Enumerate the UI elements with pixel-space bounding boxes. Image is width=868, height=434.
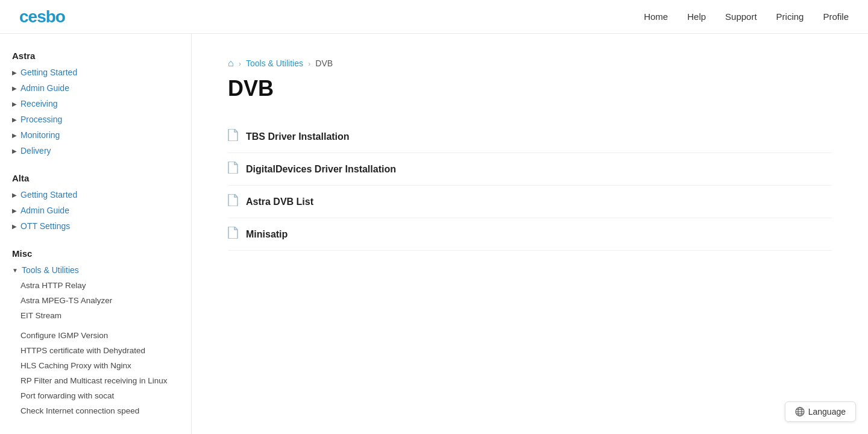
document-icon (228, 194, 240, 209)
sidebar-item-alta-admin-guide[interactable]: ▶ Admin Guide (0, 203, 191, 218)
chevron-right-icon: ▶ (12, 101, 17, 107)
article-title-astra-dvb-list: Astra DVB List (246, 197, 313, 207)
sidebar-item-alta-ott-settings[interactable]: ▶ OTT Settings (0, 218, 191, 234)
sidebar-item-astra-delivery[interactable]: ▶ Delivery (0, 143, 191, 159)
sidebar-item-astra-getting-started[interactable]: ▶ Getting Started (0, 64, 191, 80)
layout: Astra ▶ Getting Started ▶ Admin Guide ▶ … (0, 34, 868, 434)
sidebar: Astra ▶ Getting Started ▶ Admin Guide ▶ … (0, 34, 192, 434)
chevron-right-icon: ▶ (12, 85, 17, 92)
chevron-right-icon: ▶ (12, 148, 17, 154)
sidebar-item-astra-receiving[interactable]: ▶ Receiving (0, 96, 191, 112)
breadcrumb-sep-1: › (239, 59, 241, 68)
article-list: TBS Driver Installation DigitalDevices D… (228, 121, 832, 251)
sidebar-divider-2 (0, 234, 191, 244)
sidebar-item-astra-processing[interactable]: ▶ Processing (0, 112, 191, 127)
sidebar-item-alta-getting-started[interactable]: ▶ Getting Started (0, 187, 191, 203)
page-title: DVB (228, 76, 832, 101)
main-content: ⌂ › Tools & Utilities › DVB DVB TBS Driv… (192, 34, 868, 434)
chevron-right-icon: ▶ (12, 192, 17, 198)
sidebar-item-astra-admin-guide[interactable]: ▶ Admin Guide (0, 80, 191, 96)
article-title-minisatip: Minisatip (246, 229, 288, 240)
header: cesbo Home Help Support Pricing Profile (0, 0, 868, 34)
chevron-down-icon: ▼ (12, 267, 18, 274)
language-button[interactable]: Language (785, 401, 856, 422)
article-title-tbs-driver: TBS Driver Installation (246, 131, 350, 142)
chevron-right-icon: ▶ (12, 207, 17, 214)
sidebar-section-astra: Astra (0, 46, 191, 64)
breadcrumb-tools-utilities[interactable]: Tools & Utilities (246, 58, 303, 68)
sidebar-item-port-forwarding[interactable]: Port forwarding with socat (0, 388, 191, 403)
article-item-minisatip[interactable]: Minisatip (228, 218, 832, 251)
language-icon (795, 407, 805, 417)
article-item-tbs-driver[interactable]: TBS Driver Installation (228, 121, 832, 153)
sidebar-item-astra-http-relay[interactable]: Astra HTTP Relay (0, 278, 191, 293)
nav: Home Help Support Pricing Profile (644, 11, 849, 22)
nav-home[interactable]: Home (644, 11, 668, 22)
sidebar-item-check-internet[interactable]: Check Internet connection speed (0, 403, 191, 418)
breadcrumb: ⌂ › Tools & Utilities › DVB (228, 58, 832, 69)
sidebar-item-hls-nginx[interactable]: HLS Caching Proxy with Nginx (0, 358, 191, 373)
breadcrumb-home-icon[interactable]: ⌂ (228, 58, 234, 69)
sidebar-item-configure-igmp[interactable]: Configure IGMP Version (0, 328, 191, 343)
sidebar-item-https-dehydrated[interactable]: HTTPS certificate with Dehydrated (0, 343, 191, 358)
breadcrumb-dvb: DVB (315, 58, 333, 68)
sidebar-item-rp-filter[interactable]: RP Filter and Multicast receiving in Lin… (0, 373, 191, 388)
nav-support[interactable]: Support (725, 11, 757, 22)
sidebar-item-astra-mpeg-ts-analyzer[interactable]: Astra MPEG-TS Analyzer (0, 293, 191, 308)
article-title-digitaldevices-driver: DigitalDevices Driver Installation (246, 164, 396, 175)
chevron-right-icon: ▶ (12, 69, 17, 76)
sidebar-item-eit-stream[interactable]: EIT Stream (0, 308, 191, 323)
nav-pricing[interactable]: Pricing (776, 11, 804, 22)
sidebar-section-alta: Alta (0, 168, 191, 187)
nav-profile[interactable]: Profile (823, 11, 849, 22)
logo[interactable]: cesbo (19, 7, 65, 27)
document-icon (228, 129, 240, 144)
chevron-right-icon: ▶ (12, 132, 17, 139)
chevron-right-icon: ▶ (12, 116, 17, 123)
sidebar-section-misc: Misc (0, 244, 191, 262)
chevron-right-icon: ▶ (12, 223, 17, 230)
sidebar-item-astra-monitoring[interactable]: ▶ Monitoring (0, 127, 191, 143)
sidebar-divider-1 (0, 159, 191, 168)
sidebar-item-tools-utilities[interactable]: ▼ Tools & Utilities (0, 262, 191, 278)
nav-help[interactable]: Help (687, 11, 706, 22)
language-label: Language (808, 407, 846, 417)
breadcrumb-sep-2: › (308, 59, 310, 68)
article-item-digitaldevices-driver[interactable]: DigitalDevices Driver Installation (228, 153, 832, 186)
document-icon (228, 162, 240, 177)
document-icon (228, 227, 240, 242)
article-item-astra-dvb-list[interactable]: Astra DVB List (228, 186, 832, 218)
